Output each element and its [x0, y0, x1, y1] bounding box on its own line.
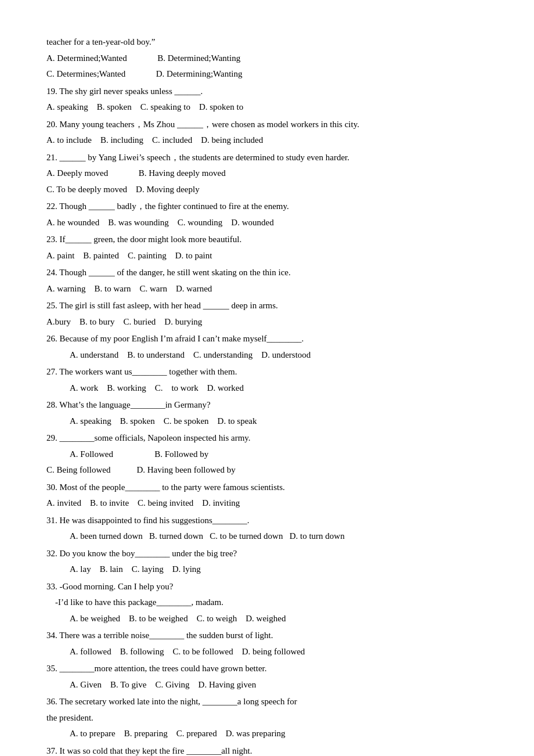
question-text: 23. If______ green, the door might look …	[46, 232, 488, 247]
options-row: A. Determined;Wanted B. Determined;Wanti…	[46, 51, 488, 66]
question-text: 34. There was a terrible noise________ t…	[46, 628, 488, 643]
question-text: 32. Do you know the boy________ under th…	[46, 546, 488, 561]
plain-text: teacher for a ten-year-old boy.”	[46, 35, 488, 50]
options-row: A. warning B. to warn C. warn D. warned	[46, 282, 488, 297]
question-text: 28. What’s the language________in German…	[46, 398, 488, 413]
options-row: A. Deeply moved B. Having deeply moved	[46, 166, 488, 181]
options-row-indent: A. lay B. lain C. laying D. lying	[46, 562, 488, 577]
question-text: 19. The shy girl never speaks unless ___…	[46, 84, 488, 99]
plain-text: the president.	[46, 711, 488, 726]
question-text: 29. ________some officials, Napoleon ins…	[46, 431, 488, 446]
options-row: C. Determines;Wanted D. Determining;Want…	[46, 67, 488, 82]
question-text: 37. It was so cold that they kept the fi…	[46, 744, 488, 757]
options-row-indent: A. Given B. To give C. Giving D. Having …	[46, 678, 488, 693]
question-text: 36. The secretary worked late into the n…	[46, 694, 488, 710]
options-row: A. to include B. including C. included D…	[46, 133, 488, 148]
options-row-indent: A. work B. working C. to work D. worked	[46, 381, 488, 396]
question-text: 22. Though ______ badly，the fighter cont…	[46, 199, 488, 214]
question-text: 30. Most of the people________ to the pa…	[46, 480, 488, 495]
options-row: A. he wounded B. was wounding C. woundin…	[46, 215, 488, 231]
question-text: 27. The workers want us________ together…	[46, 365, 488, 380]
options-row-indent: A. understand B. to understand C. unders…	[46, 348, 488, 363]
options-row: C. To be deeply moved D. Moving deeply	[46, 182, 488, 197]
options-row: C. Being followed D. Having been followe…	[46, 463, 488, 478]
options-row: A. paint B. painted C. painting D. to pa…	[46, 249, 488, 264]
options-row-indent: A. Followed B. Followed by	[46, 447, 488, 462]
question-text: 26. Because of my poor English I’m afrai…	[46, 332, 488, 347]
options-row: A. speaking B. spoken C. speaking to D. …	[46, 100, 488, 115]
options-row-indent: A. speaking B. spoken C. be spoken D. to…	[46, 414, 488, 429]
options-row-indent: A. be weighed B. to be weighed C. to wei…	[46, 611, 488, 627]
main-content: teacher for a ten-year-old boy.”A. Deter…	[46, 35, 488, 756]
question-text: 31. He was disappointed to find his sugg…	[46, 513, 488, 528]
question-text: 35. ________more attention, the trees co…	[46, 661, 488, 676]
question-text: 21. ______ by Yang Liwei’s speech，the st…	[46, 150, 488, 165]
options-row: -I’d like to have this package________, …	[46, 595, 488, 610]
question-text: 24. Though ______ of the danger, he stil…	[46, 265, 488, 280]
options-row-indent: A. been turned down B. turned down C. to…	[46, 529, 488, 544]
question-text: 25. The girl is still fast asleep, with …	[46, 298, 488, 314]
question-text: 20. Many young teachers，Ms Zhou ______，w…	[46, 117, 488, 132]
options-row-indent: A. followed B. following C. to be follow…	[46, 645, 488, 660]
options-row-indent: A. to prepare B. preparing C. prepared D…	[46, 726, 488, 741]
options-row: A.bury B. to bury C. buried D. burying	[46, 315, 488, 330]
options-row: A. invited B. to invite C. being invited…	[46, 496, 488, 511]
question-text: 33. -Good morning. Can I help you?	[46, 579, 488, 595]
